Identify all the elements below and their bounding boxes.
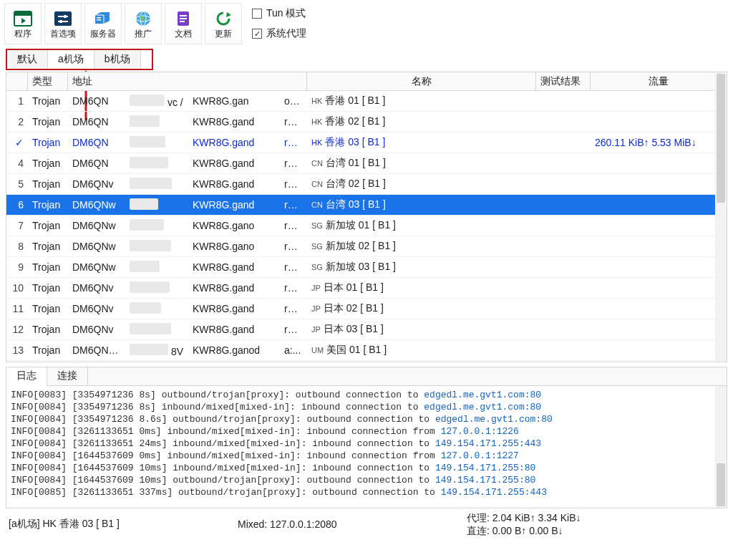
cell-addr-smudge [125,323,188,337]
cell-name: HK香港 03 [ B1 ] [307,136,536,149]
table-row[interactable]: 9TrojanDM6QNw KWR8G.gandrg:...SG新加坡 03 [… [6,257,727,278]
cell-name: CN台湾 02 [ B1 ] [307,178,536,190]
group-tab-1[interactable]: a机场 [48,50,94,69]
table-row[interactable]: 6TrojanDM6QNw KWR8G.gandrg:...CN台湾 03 [ … [6,195,727,216]
cell-name: UM美国 01 [ B1 ] [307,344,536,357]
table-row[interactable]: 10TrojanDM6QNv KWR8G.gandrg:...JP日本 01 [… [6,278,727,299]
cell-index: 12 [6,324,28,335]
cell-addr-frag: DM6QNw [68,241,125,252]
cell-type: Trojan [28,178,68,190]
svg-marker-17 [226,12,231,17]
cell-addr-frag: DM6QN [68,137,125,148]
cell-addr-frag: DM6QNw [68,261,125,273]
cell-addr-frag2: KWR8G.gand [188,324,280,335]
table-row[interactable]: 8TrojanDM6QNw KWR8G.ganorg:...SG新加坡 02 [… [6,236,727,257]
col-addr[interactable]: 地址 [68,72,307,90]
table-row[interactable]: 2TrojanDM6QN KWR8G.gandrg:...HK香港 02 [ B… [6,112,727,132]
cell-index: 10 [6,282,28,294]
cell-index: 4 [6,158,28,169]
log-scrollbar[interactable] [715,386,727,508]
cell-index: 9 [6,261,28,273]
group-tab-2[interactable]: b机场 [94,50,141,69]
table-row[interactable]: 12TrojanDM6QNv KWR8G.gandrg:...JP日本 03 [… [6,319,727,340]
cell-type: Trojan [28,324,68,335]
cell-name: HK香港 02 [ B1 ] [307,115,536,128]
cell-addr-smudge: 8V [125,344,188,357]
cell-addr-frag: DM6QNv [68,178,125,190]
proxy-checkbox[interactable]: ✓系统代理 [252,27,306,40]
log-tab-0[interactable]: 日志 [6,367,47,386]
table-row[interactable]: 4TrojanDM6QN KWR8G.gandrg:...CN台湾 01 [ B… [6,153,727,174]
status-current-server: [a机场] HK 香港 03 [ B1 ] [9,518,238,531]
col-test[interactable]: 测试结果 [536,72,591,90]
svg-rect-14 [180,15,187,16]
update-icon [213,10,233,27]
group-tab-0[interactable]: 默认 [7,50,48,69]
cell-index: ✓ [6,137,28,148]
update-button[interactable]: 更新 [205,3,242,44]
cell-addr-suffix: rg:... [280,116,307,127]
col-name[interactable]: 名称 [307,72,536,90]
servers-label: 服务器 [90,29,116,38]
cell-name: JP日本 01 [ B1 ] [307,281,536,294]
cell-addr-suffix: rg:... [280,158,307,169]
cell-addr-frag2: KWR8G.gand [188,116,280,127]
status-direct-traffic: 直连: 0.00 B↑ 0.00 B↓ [467,524,724,537]
cell-type: Trojan [28,137,68,148]
cell-addr-frag: DM6QNwaz [68,344,125,356]
cell-addr-suffix: rg:... [280,199,307,211]
tun-checkbox-label: Tun 模式 [266,7,306,20]
cell-index: 7 [6,220,28,231]
table-row[interactable]: 7TrojanDM6QNw KWR8G.ganorg:...SG新加坡 01 [… [6,216,727,236]
promote-button[interactable]: 推广 [125,3,162,44]
cell-addr-frag2: KWR8G.gan [188,95,280,107]
cell-name: HK香港 01 [ B1 ] [307,95,536,107]
cell-addr-smudge [125,115,188,129]
cell-name: CN台湾 01 [ B1 ] [307,157,536,170]
promote-label: 推广 [135,29,152,38]
program-icon [13,10,33,27]
log-scroll-thumb[interactable] [717,463,725,506]
table-row[interactable]: 11TrojanDM6QNv KWR8G.gandrg:...JP日本 02 [… [6,299,727,319]
cell-addr-frag2: KWR8G.gano [188,220,280,231]
cell-addr-smudge [125,302,188,316]
cell-type: Trojan [28,158,68,169]
cell-addr-suffix: rg:... [280,178,307,190]
col-index[interactable] [6,72,28,90]
cell-index: 8 [6,241,28,252]
cell-addr-frag: DM6QNw [68,199,125,211]
table-scrollbar[interactable] [715,72,727,362]
table-scroll-thumb[interactable] [717,74,725,203]
cell-type: Trojan [28,261,68,273]
svg-rect-8 [97,17,101,19]
log-tab-1[interactable]: 连接 [47,367,88,385]
table-row[interactable]: 13TrojanDM6QNwaz 8VKWR8G.ganoda:...UM美国 … [6,340,727,361]
log-body[interactable]: INFO[0083] [3354971236 8s] outbound/troj… [6,386,727,508]
program-label: 程序 [14,29,31,38]
cell-name: SG新加坡 01 [ B1 ] [307,219,536,232]
servers-button[interactable]: 服务器 [84,3,122,44]
cell-addr-frag2: KWR8G.gand [188,158,280,169]
group-tabs: 默认a机场b机场 [6,49,153,70]
docs-icon [173,10,193,27]
cell-addr-frag2: KWR8G.gand [188,282,280,294]
cell-addr-suffix: rg:... [280,137,307,148]
proxy-checkbox-box: ✓ [252,29,262,39]
table-row[interactable]: 5TrojanDM6QNv KWR8G.gandrg:...CN台湾 02 [ … [6,174,727,195]
prefs-button[interactable]: 首选项 [44,3,82,44]
update-label: 更新 [215,29,232,38]
cell-type: Trojan [28,95,68,107]
table-row[interactable]: 1TrojanDM6QN vc /KWR8G.ganorg:...HK香港 01… [6,91,727,112]
col-type[interactable]: 类型 [28,72,68,90]
col-flow[interactable]: 流量 [591,72,727,90]
program-button[interactable]: 程序 [4,3,42,44]
cell-addr-smudge [125,157,188,170]
status-mixed-addr: Mixed: 127.0.0.1:2080 [238,518,467,530]
tun-checkbox[interactable]: Tun 模式 [252,7,306,20]
status-bar: [a机场] HK 香港 03 [ B1 ] Mixed: 127.0.0.1:2… [0,508,733,540]
cell-addr-suffix: rg:... [280,220,307,231]
cell-addr-smudge [125,240,188,254]
table-row[interactable]: ✓TrojanDM6QN KWR8G.gandrg:...HK香港 03 [ B… [6,132,727,153]
docs-button[interactable]: 文档 [165,3,202,44]
svg-point-5 [64,14,67,18]
